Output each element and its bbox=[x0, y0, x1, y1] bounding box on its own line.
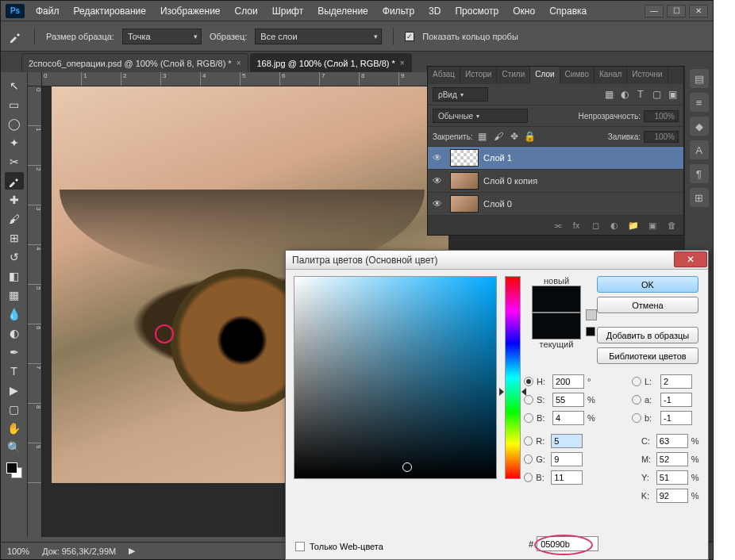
document-tab-active[interactable]: 168.jpg @ 100% (Слой 1, RGB/8) *× bbox=[250, 53, 412, 72]
lock-position-icon[interactable]: ✥ bbox=[508, 130, 521, 143]
menu-type[interactable]: Шрифт bbox=[266, 2, 310, 20]
menu-3d[interactable]: 3D bbox=[422, 2, 447, 20]
group-icon[interactable]: 📁 bbox=[626, 219, 641, 232]
panel-tab[interactable]: Источни bbox=[627, 67, 668, 84]
panel-tab[interactable]: Симво bbox=[560, 67, 595, 84]
healing-brush-tool[interactable]: ✚ bbox=[5, 191, 24, 209]
lock-all-icon[interactable]: 🔒 bbox=[524, 130, 537, 143]
close-button[interactable]: ✕ bbox=[689, 5, 708, 17]
h-radio[interactable] bbox=[524, 377, 533, 386]
shape-tool[interactable]: ▢ bbox=[5, 401, 24, 418]
s-radio[interactable] bbox=[524, 395, 533, 405]
filter-type-icon[interactable]: T bbox=[634, 88, 647, 101]
r-input[interactable] bbox=[551, 434, 583, 448]
delete-icon[interactable]: 🗑 bbox=[664, 219, 679, 232]
adjustment-icon[interactable]: ◐ bbox=[607, 219, 621, 232]
lab-b-input[interactable] bbox=[660, 411, 692, 425]
dock-icon[interactable]: ▤ bbox=[690, 69, 709, 88]
fx-icon[interactable]: fx bbox=[569, 219, 583, 232]
show-ring-checkbox[interactable]: ✓ bbox=[405, 32, 414, 41]
zoom-tool[interactable]: 🔍 bbox=[5, 439, 24, 456]
panel-tab[interactable]: Канал bbox=[595, 67, 627, 84]
web-only-checkbox[interactable] bbox=[295, 542, 305, 551]
mask-icon[interactable]: ◻ bbox=[588, 219, 602, 232]
color-field[interactable] bbox=[294, 276, 497, 479]
s-input[interactable] bbox=[552, 393, 584, 407]
dock-icon[interactable]: ≡ bbox=[690, 93, 709, 112]
panel-tab[interactable]: Абзац bbox=[428, 67, 460, 84]
visibility-icon[interactable]: 👁 bbox=[433, 198, 445, 209]
pen-tool[interactable]: ✒ bbox=[5, 343, 24, 361]
dodge-tool[interactable]: ◐ bbox=[5, 324, 24, 342]
menu-edit[interactable]: Редактирование bbox=[67, 2, 152, 20]
sample-size-select[interactable]: Точка bbox=[122, 29, 202, 44]
menu-window[interactable]: Окно bbox=[506, 2, 541, 20]
c-input[interactable] bbox=[656, 434, 688, 448]
lock-brush-icon[interactable]: 🖌 bbox=[492, 130, 505, 143]
b-input[interactable] bbox=[552, 411, 584, 425]
k-input[interactable] bbox=[656, 489, 688, 503]
marquee-tool[interactable]: ▭ bbox=[5, 96, 24, 113]
layer-item[interactable]: 👁 Слой 0 копия bbox=[428, 170, 683, 193]
opacity-value[interactable]: 100% bbox=[644, 110, 679, 122]
visibility-icon[interactable]: 👁 bbox=[433, 175, 445, 186]
gamut-swatch[interactable] bbox=[586, 327, 595, 336]
h-input[interactable] bbox=[552, 374, 584, 389]
menu-help[interactable]: Справка bbox=[543, 2, 593, 20]
crop-tool[interactable]: ✂ bbox=[5, 153, 24, 171]
foreground-background-colors[interactable] bbox=[6, 462, 22, 478]
zoom-level[interactable]: 100% bbox=[7, 547, 29, 556]
dialog-close-button[interactable]: ✕ bbox=[674, 251, 707, 267]
type-tool[interactable]: T bbox=[5, 362, 24, 380]
tab-close-icon[interactable]: × bbox=[237, 59, 241, 67]
lab-b-radio[interactable] bbox=[632, 413, 641, 423]
fill-value[interactable]: 100% bbox=[644, 131, 679, 143]
gradient-tool[interactable]: ▦ bbox=[5, 286, 24, 304]
blur-tool[interactable]: 💧 bbox=[5, 305, 24, 323]
gamut-warning-icon[interactable] bbox=[586, 309, 597, 320]
tab-close-icon[interactable]: × bbox=[400, 59, 405, 67]
eyedropper-tool[interactable] bbox=[5, 172, 24, 190]
rgb-b-input[interactable] bbox=[551, 470, 583, 485]
menu-image[interactable]: Изображение bbox=[154, 2, 227, 20]
history-brush-tool[interactable]: ↺ bbox=[5, 248, 24, 266]
dock-icon[interactable]: ¶ bbox=[690, 164, 709, 183]
link-layers-icon[interactable]: ⫘ bbox=[550, 219, 564, 232]
menu-select[interactable]: Выделение bbox=[311, 2, 375, 20]
move-tool[interactable]: ↖ bbox=[5, 77, 24, 94]
cancel-button[interactable]: Отмена bbox=[597, 297, 698, 313]
color-field-marker[interactable] bbox=[402, 462, 412, 472]
visibility-icon[interactable]: 👁 bbox=[433, 152, 445, 163]
minimize-button[interactable]: ― bbox=[645, 5, 664, 17]
ok-button[interactable]: OK bbox=[597, 276, 698, 293]
filter-smart-icon[interactable]: ▣ bbox=[666, 88, 679, 101]
layer-item[interactable]: 👁 Слой 1 bbox=[428, 147, 683, 170]
eraser-tool[interactable]: ◧ bbox=[5, 267, 24, 285]
status-arrow-icon[interactable]: ▶ bbox=[129, 546, 135, 556]
menu-view[interactable]: Просмотр bbox=[448, 2, 505, 20]
hex-input[interactable] bbox=[537, 536, 598, 551]
b-radio[interactable] bbox=[524, 413, 533, 423]
document-tab[interactable]: 2спосо6_операции.psd @ 100% (Слой 8, RGB… bbox=[21, 53, 248, 72]
add-swatch-button[interactable]: Добавить в образцы bbox=[597, 327, 698, 343]
hand-tool[interactable]: ✋ bbox=[5, 420, 24, 437]
new-layer-icon[interactable]: ▣ bbox=[645, 219, 660, 232]
hue-slider[interactable] bbox=[505, 276, 521, 479]
layer-item[interactable]: 👁 Слой 0 bbox=[428, 193, 683, 216]
g-radio[interactable] bbox=[524, 455, 533, 464]
clone-stamp-tool[interactable]: ⊞ bbox=[5, 229, 24, 247]
lasso-tool[interactable]: ◯ bbox=[5, 115, 24, 132]
filter-adjust-icon[interactable]: ◐ bbox=[618, 88, 631, 101]
rgb-b-radio[interactable] bbox=[524, 473, 533, 482]
foreground-color[interactable] bbox=[6, 462, 17, 474]
g-input[interactable] bbox=[551, 452, 583, 466]
magic-wand-tool[interactable]: ✦ bbox=[5, 134, 24, 152]
filter-kind-select[interactable]: ρ Вид bbox=[433, 87, 488, 102]
maximize-button[interactable]: ☐ bbox=[667, 5, 686, 17]
l-radio[interactable] bbox=[632, 377, 641, 386]
menu-file[interactable]: Файл bbox=[29, 2, 66, 20]
y-input[interactable] bbox=[656, 470, 688, 485]
l-input[interactable] bbox=[660, 374, 692, 389]
m-input[interactable] bbox=[656, 452, 688, 466]
sample-select[interactable]: Все слои bbox=[255, 29, 382, 44]
